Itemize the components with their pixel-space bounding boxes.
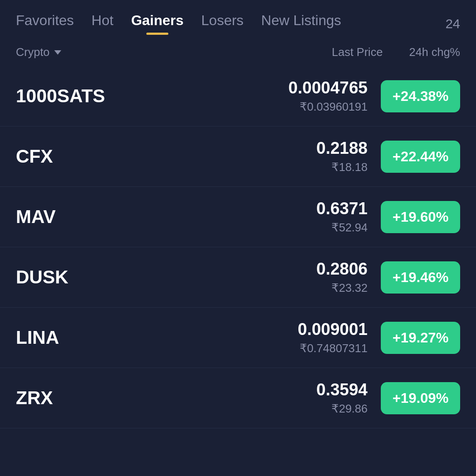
chevron-down-icon — [54, 50, 61, 55]
tab-new-listings[interactable]: New Listings — [261, 12, 341, 35]
change-badge-1: +22.44% — [381, 141, 460, 173]
crypto-name-1: CFX — [16, 146, 139, 167]
crypto-row[interactable]: ZRX 0.3594 ₹29.86 +19.09% — [0, 368, 476, 428]
crypto-name-5: ZRX — [16, 387, 139, 409]
tab-badge: 24 — [446, 16, 460, 31]
crypto-name-2: MAV — [16, 206, 139, 227]
column-headers: Crypto Last Price 24h chg% — [0, 35, 476, 66]
price-main-5: 0.3594 — [316, 380, 368, 399]
tab-navigation: Favorites Hot Gainers Losers New Listing… — [0, 0, 476, 35]
crypto-prices-0: 0.0004765 ₹0.03960191 — [288, 78, 368, 114]
main-container: Favorites Hot Gainers Losers New Listing… — [0, 0, 476, 476]
crypto-row[interactable]: DUSK 0.2806 ₹23.32 +19.46% — [0, 247, 476, 308]
crypto-name-0: 1000SATS — [16, 86, 139, 107]
price-secondary-3: ₹23.32 — [331, 281, 368, 295]
crypto-list: 1000SATS 0.0004765 ₹0.03960191 +24.38% C… — [0, 66, 476, 476]
tab-favorites[interactable]: Favorites — [16, 12, 74, 35]
row-right-5: 0.3594 ₹29.86 +19.09% — [316, 380, 460, 416]
change-header: 24h chg% — [409, 45, 460, 59]
crypto-name-4: LINA — [16, 327, 139, 348]
tab-losers[interactable]: Losers — [201, 12, 244, 35]
crypto-row[interactable]: CFX 0.2188 ₹18.18 +22.44% — [0, 126, 476, 187]
price-main-4: 0.009001 — [298, 320, 368, 339]
row-right-1: 0.2188 ₹18.18 +22.44% — [316, 139, 460, 174]
crypto-header-label: Crypto — [16, 45, 50, 59]
price-secondary-4: ₹0.74807311 — [300, 342, 368, 355]
price-main-0: 0.0004765 — [288, 78, 368, 97]
price-secondary-1: ₹18.18 — [331, 160, 368, 174]
crypto-row[interactable]: MAV 0.6371 ₹52.94 +19.60% — [0, 187, 476, 247]
crypto-column-header[interactable]: Crypto — [16, 45, 61, 59]
change-badge-4: +19.27% — [381, 322, 460, 354]
crypto-row[interactable]: 1000SATS 0.0004765 ₹0.03960191 +24.38% — [0, 66, 476, 126]
crypto-name-3: DUSK — [16, 267, 139, 288]
price-main-3: 0.2806 — [316, 260, 368, 279]
row-right-3: 0.2806 ₹23.32 +19.46% — [316, 260, 460, 295]
crypto-prices-4: 0.009001 ₹0.74807311 — [298, 320, 368, 355]
tab-gainers[interactable]: Gainers — [131, 12, 183, 35]
price-main-1: 0.2188 — [316, 139, 368, 158]
row-right-0: 0.0004765 ₹0.03960191 +24.38% — [288, 78, 460, 114]
crypto-prices-2: 0.6371 ₹52.94 — [316, 199, 368, 234]
crypto-row[interactable]: LINA 0.009001 ₹0.74807311 +19.27% — [0, 308, 476, 368]
crypto-prices-3: 0.2806 ₹23.32 — [316, 260, 368, 295]
tab-hot[interactable]: Hot — [92, 12, 114, 35]
price-secondary-2: ₹52.94 — [331, 221, 368, 234]
price-main-2: 0.6371 — [316, 199, 368, 218]
change-badge-0: +24.38% — [381, 80, 460, 112]
change-badge-3: +19.46% — [381, 261, 460, 294]
crypto-prices-1: 0.2188 ₹18.18 — [316, 139, 368, 174]
change-badge-2: +19.60% — [381, 201, 460, 233]
price-secondary-0: ₹0.03960191 — [300, 100, 368, 114]
crypto-prices-5: 0.3594 ₹29.86 — [316, 380, 368, 416]
right-columns: Last Price 24h chg% — [332, 45, 460, 59]
last-price-header: Last Price — [332, 45, 383, 59]
price-secondary-5: ₹29.86 — [331, 402, 368, 416]
row-right-4: 0.009001 ₹0.74807311 +19.27% — [298, 320, 461, 355]
row-right-2: 0.6371 ₹52.94 +19.60% — [316, 199, 460, 234]
change-badge-5: +19.09% — [381, 382, 460, 414]
